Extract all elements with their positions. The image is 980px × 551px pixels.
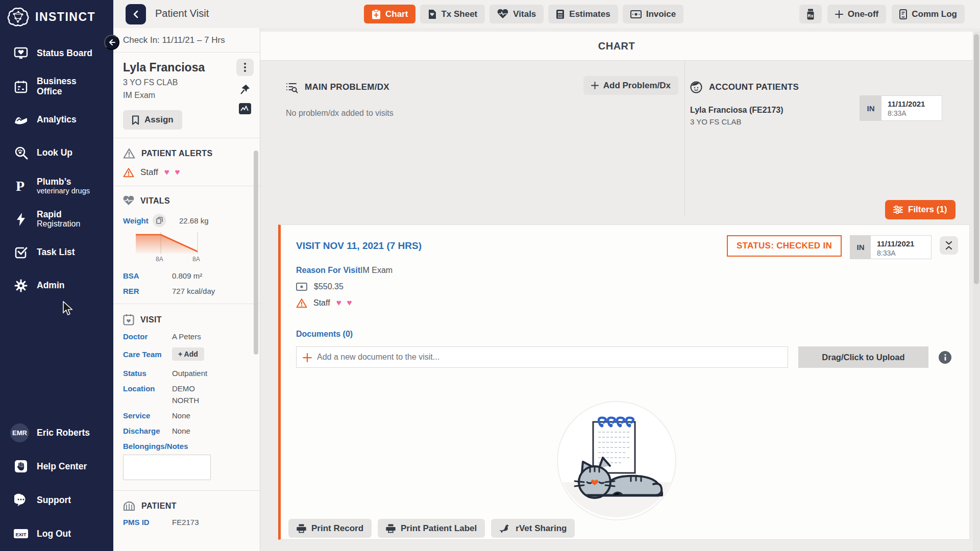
printer-icon — [386, 524, 396, 533]
discharge-label[interactable]: Discharge — [123, 427, 172, 435]
topbar-actions: Rx One-off Comm Log — [799, 5, 965, 23]
sidebar-item-support[interactable]: Support — [0, 491, 113, 509]
vitals-heart-icon — [123, 196, 134, 206]
belongings-notes-label[interactable]: Belongings/Notes — [123, 442, 250, 450]
patient-reason: IM Exam — [123, 91, 250, 100]
tab-chart[interactable]: Chart — [364, 5, 415, 23]
visit-status-badge: STATUS: CHECKED IN — [727, 235, 842, 257]
back-button[interactable] — [126, 4, 146, 24]
business-office-icon — [13, 80, 29, 93]
sidebar-item-plumbs[interactable]: P Plumb’s veterinary drugs — [0, 169, 113, 203]
reason-for-visit-label[interactable]: Reason For Visit — [296, 266, 360, 275]
vitals-section: VITALS Weight 22.68 kg — [113, 186, 260, 304]
sidebar-item-analytics[interactable]: Analytics — [0, 103, 113, 136]
sidebar-item-label: Plumb’s — [37, 177, 90, 187]
trends-image-icon[interactable] — [238, 103, 252, 115]
info-icon[interactable] — [939, 351, 951, 364]
service-label[interactable]: Service — [123, 411, 172, 420]
comm-log-label: Comm Log — [912, 9, 957, 19]
user-menu[interactable]: EMR Eric Roberts — [0, 422, 113, 443]
copy-icon[interactable] — [153, 214, 166, 227]
sidebar-item-business-office[interactable]: Business Office — [0, 70, 113, 103]
bsa-value: 0.809 m² — [172, 271, 202, 280]
belongings-notes-input[interactable] — [123, 455, 211, 480]
patient-menu-button[interactable] — [236, 59, 254, 76]
one-off-label: One-off — [848, 9, 878, 19]
sidebar: INSTINCT Status Board — [0, 0, 113, 551]
comm-log-button[interactable]: Comm Log — [892, 5, 965, 23]
filters-sliders-icon — [893, 206, 903, 214]
bsa-label[interactable]: BSA — [123, 271, 172, 280]
location-label[interactable]: Location — [123, 384, 172, 393]
page-title: Patient Visit — [155, 8, 209, 19]
sidebar-item-rapid-registration[interactable]: Rapid Registration — [0, 203, 113, 236]
pms-id-value: FE2173 — [172, 518, 199, 527]
user-name: Eric Roberts — [37, 428, 90, 438]
visit-amount: $550.35 — [314, 282, 344, 291]
tab-estimates[interactable]: Estimates — [548, 5, 618, 23]
sidebar-item-sublabel: Office — [37, 87, 77, 97]
patient-name: Lyla Franciosa — [123, 61, 250, 74]
collapse-visit-button[interactable] — [940, 236, 958, 255]
print-patient-label-button[interactable]: Print Patient Label — [378, 519, 485, 538]
assign-button[interactable]: Assign — [123, 110, 182, 130]
patient-alerts-section: PATIENT ALERTS Staff♥ ♥ — [113, 138, 260, 186]
sidebar-item-status-board[interactable]: Status Board — [0, 37, 113, 70]
brand-logo[interactable]: INSTINCT — [0, 0, 113, 34]
sidebar-collapse-button[interactable] — [104, 35, 119, 50]
main-scrollbar-thumb[interactable] — [974, 34, 979, 284]
add-document-field — [296, 346, 788, 368]
print-record-button[interactable]: Print Record — [288, 519, 372, 538]
sidebar-item-task-list[interactable]: Task List — [0, 236, 113, 269]
visit-card-title[interactable]: VISIT NOV 11, 2021 (7 HRS) — [296, 240, 422, 252]
tab-label: Vitals — [513, 9, 536, 19]
weight-label[interactable]: Weight — [123, 216, 153, 225]
sidebar-item-admin[interactable]: Admin — [0, 269, 113, 302]
add-document-input[interactable] — [297, 347, 788, 367]
banknote-icon — [630, 10, 642, 18]
check-in-date: 11/11/2021 — [888, 99, 934, 108]
filters-button[interactable]: Filters (1) — [885, 200, 955, 219]
visit-alert[interactable]: Staff♥ ♥ — [296, 298, 354, 308]
patient-info-title: PATIENT — [141, 502, 177, 511]
doctor-label[interactable]: Doctor — [123, 332, 172, 341]
visit-check-in-time: 8:33A — [877, 249, 923, 257]
pms-id-label[interactable]: PMS ID — [123, 518, 172, 527]
documents-label[interactable]: Documents (0) — [296, 330, 353, 339]
doctor-value: A Peters — [172, 332, 201, 341]
rx-bottle-button[interactable]: Rx — [799, 5, 822, 23]
visit-title: VISIT — [140, 315, 162, 324]
upload-button[interactable]: Drag/Click to Upload — [798, 346, 928, 368]
panel-scrollbar[interactable] — [254, 151, 258, 355]
plus-icon — [591, 82, 599, 89]
bird-icon — [499, 524, 510, 533]
sidebar-item-help-center[interactable]: Help Center — [0, 457, 113, 475]
pin-icon[interactable] — [239, 84, 251, 95]
tab-tx-sheet[interactable]: Tx Sheet — [420, 5, 485, 23]
exit-sign-icon: EXIT — [13, 529, 29, 539]
rvet-sharing-button[interactable]: rVet Sharing — [491, 519, 575, 538]
topbar: Patient Visit Chart Tx Sheet — [113, 0, 980, 28]
alert-item[interactable]: Staff♥ ♥ — [123, 167, 250, 178]
one-off-button[interactable]: One-off — [827, 5, 886, 23]
add-problem-button[interactable]: Add Problem/Dx — [583, 76, 678, 95]
reason-for-visit-value: IM Exam — [360, 266, 393, 275]
sidebar-item-label: Task List — [37, 247, 75, 257]
task-list-icon — [13, 246, 29, 259]
rer-label[interactable]: RER — [123, 287, 172, 295]
main-problem-title: MAIN PROBLEM/DX — [305, 82, 389, 92]
check-in-time: 8:33A — [888, 109, 934, 117]
weight-sparkline[interactable]: 8A 8A — [135, 231, 202, 255]
weight-value: 22.68 kg — [179, 216, 209, 225]
problem-list-icon — [286, 81, 298, 93]
tab-invoice[interactable]: Invoice — [623, 5, 684, 23]
vitals-title: VITALS — [140, 196, 170, 206]
tab-vitals[interactable]: Vitals — [489, 5, 544, 23]
sidebar-item-look-up[interactable]: Look Up — [0, 136, 113, 169]
care-team-label[interactable]: Care Team — [123, 350, 172, 359]
care-team-add-button[interactable]: + Add — [172, 347, 204, 361]
status-label[interactable]: Status — [123, 369, 172, 378]
sidebar-item-log-out[interactable]: EXIT Log Out — [0, 524, 113, 543]
exit-text: EXIT — [15, 532, 26, 537]
printer-icon — [297, 524, 306, 533]
